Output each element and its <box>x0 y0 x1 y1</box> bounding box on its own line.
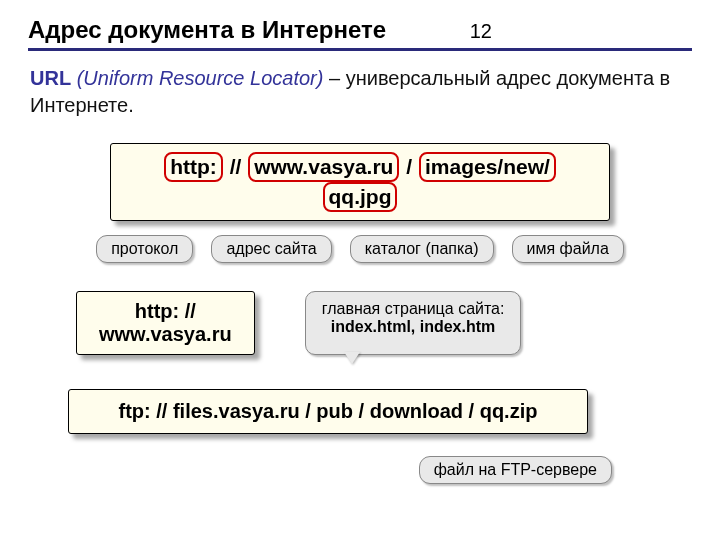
short-url-line1: http: // <box>135 300 196 322</box>
ftp-label: файл на FTP-сервере <box>419 456 612 484</box>
url-part-labels: протокол адрес сайта каталог (папка) имя… <box>28 235 692 263</box>
page-title: Адрес документа в Интернете <box>28 16 386 44</box>
label-file: имя файла <box>512 235 624 263</box>
url-breakdown-box: http: // www.vasya.ru / images/new/ qq.j… <box>110 143 610 221</box>
definition-text: URL (Uniform Resource Locator) – универс… <box>28 65 692 119</box>
title-underline <box>28 48 692 51</box>
url-part-path: images/new/ <box>419 152 556 182</box>
url-sep1: // <box>224 155 247 178</box>
page-number: 12 <box>470 20 492 43</box>
url-part-file: qq.jpg <box>323 182 398 212</box>
index-note-line1: главная страница сайта: <box>322 300 505 317</box>
short-url-box: http: // www.vasya.ru <box>76 291 255 355</box>
index-note-box: главная страница сайта: index.html, inde… <box>305 291 522 355</box>
label-path: каталог (папка) <box>350 235 494 263</box>
ftp-label-row: файл на FTP-сервере <box>28 456 692 484</box>
url-abbrev: URL <box>30 67 71 89</box>
index-note-line2: index.html, index.htm <box>331 318 495 335</box>
short-url-line2: www.vasya.ru <box>99 323 232 345</box>
label-host: адрес сайта <box>211 235 331 263</box>
url-sep2: / <box>400 155 418 178</box>
label-protocol: протокол <box>96 235 193 263</box>
url-expansion: (Uniform Resource Locator) <box>77 67 324 89</box>
ftp-url-box: ftp: // files.vasya.ru / pub / download … <box>68 389 588 434</box>
url-part-protocol: http: <box>164 152 223 182</box>
url-part-host: www.vasya.ru <box>248 152 399 182</box>
